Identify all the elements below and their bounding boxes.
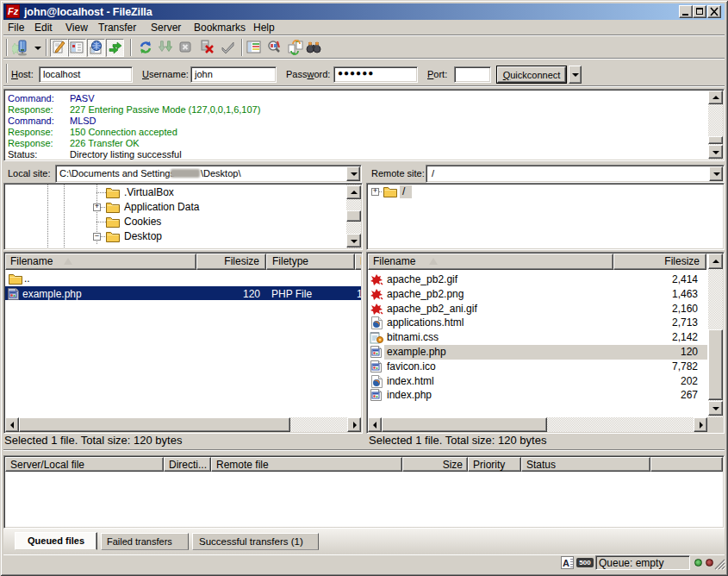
svg-text:Fz: Fz <box>8 6 19 16</box>
